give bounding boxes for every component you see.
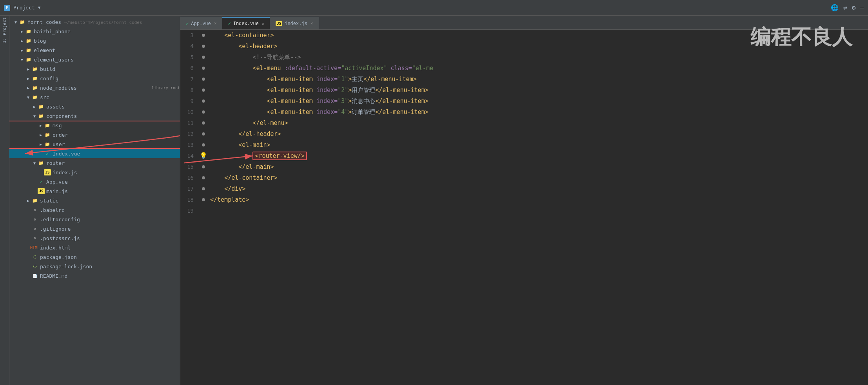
- tree-label: baizhi_phone: [34, 29, 180, 34]
- gutter: [200, 63, 207, 74]
- globe-icon[interactable]: 🌐: [831, 4, 839, 11]
- tree-item-element_users[interactable]: 📁element_users: [9, 55, 180, 64]
- dotfile-icon: ⚙: [31, 235, 38, 241]
- line-number: 16: [180, 172, 200, 183]
- tag-token: <el-menu-item: [267, 98, 313, 105]
- code-content: </el-main>: [207, 161, 868, 172]
- tree-item-blog[interactable]: 📁blog: [9, 36, 180, 45]
- tree-item-element[interactable]: 📁element: [9, 45, 180, 55]
- tree-item-README.md[interactable]: 📄README.md: [9, 271, 180, 280]
- code-line-19: 19: [180, 205, 868, 216]
- tree-label: order: [53, 132, 180, 138]
- tree-label: element: [34, 47, 180, 53]
- dotfile-icon: ⚙: [31, 226, 38, 232]
- tab-label: App.vue: [191, 21, 211, 26]
- code-editor[interactable]: 3 <el-container>4 <el-header>5 <!--导航菜单-…: [180, 30, 868, 385]
- tree-item-fornt_codes[interactable]: 📁fornt_codes ~/WebstormProjects/fornt_co…: [9, 17, 180, 27]
- code-content: <el-main>: [207, 139, 868, 150]
- tree-label: router: [46, 160, 180, 166]
- tree-item-Index.vue[interactable]: ✓Index.vue: [9, 149, 180, 158]
- tree-label: package.json: [40, 254, 180, 260]
- code-content: </el-menu>: [207, 117, 868, 128]
- tab-app-vue[interactable]: ✓App.vue✕: [180, 17, 222, 29]
- line-number: 3: [180, 30, 200, 41]
- gutter: [200, 139, 207, 150]
- tree-item-postcssrc[interactable]: ⚙.postcssrc.js: [9, 233, 180, 243]
- line-number: 18: [180, 194, 200, 205]
- code-content: </template>: [207, 194, 868, 205]
- attr-name-token: class=: [391, 65, 412, 72]
- tag-token: </el-main>: [238, 163, 274, 170]
- tree-item-index.js_router[interactable]: JSindex.js: [9, 168, 180, 177]
- line-number: 7: [180, 74, 200, 85]
- settings-icon[interactable]: ⚙: [852, 4, 856, 11]
- tree-item-node_modules[interactable]: 📁node_moduleslibrary root: [9, 83, 180, 92]
- tree-item-assets[interactable]: 📁assets: [9, 102, 180, 111]
- tag-token: <el-container>: [224, 32, 274, 39]
- minimize-icon[interactable]: —: [860, 4, 864, 11]
- tree-item-order[interactable]: 📁order: [9, 130, 180, 139]
- tab-close-btn[interactable]: ✕: [311, 21, 313, 26]
- tag-token: <el-menu-item: [267, 87, 313, 94]
- tree-item-package-lock.json[interactable]: {}package-lock.json: [9, 262, 180, 271]
- tag-token: <el-menu-item: [267, 108, 313, 116]
- gutter: [200, 183, 207, 194]
- tree-item-gitignore[interactable]: ⚙.gitignore: [9, 224, 180, 233]
- text-token: 订单管理: [352, 108, 375, 116]
- tab-close-btn[interactable]: ✕: [262, 21, 265, 26]
- tree-item-build[interactable]: 📁build: [9, 64, 180, 74]
- transfer-icon[interactable]: ⇄: [843, 4, 847, 11]
- line-number: 4: [180, 41, 200, 52]
- line-number: 17: [180, 183, 200, 194]
- tree-item-components[interactable]: 📁components: [9, 111, 180, 121]
- tree-item-msg[interactable]: 📁msg: [9, 121, 180, 130]
- tree-arrow: [31, 114, 38, 118]
- dropdown-icon[interactable]: ▼: [38, 5, 41, 10]
- tab-label: index.js: [285, 21, 307, 26]
- tag-token: </el-menu-item>: [363, 76, 416, 83]
- tree-item-package.json[interactable]: {}package.json: [9, 252, 180, 262]
- tab-index-vue[interactable]: ✓Index.vue✕: [222, 17, 270, 29]
- gutter: [200, 52, 207, 63]
- folder-icon: 📁: [38, 113, 45, 119]
- tree-item-router[interactable]: 📁router: [9, 158, 180, 168]
- tree-item-App.vue[interactable]: ✓App.vue: [9, 177, 180, 186]
- tree-item-config[interactable]: 📁config: [9, 74, 180, 83]
- code-line-5: 5 <!--导航菜单-->: [180, 52, 868, 63]
- tab-index-js[interactable]: JSindex.js✕: [270, 17, 319, 29]
- tree-label: msg: [53, 123, 180, 128]
- folder-icon: 📁: [31, 85, 38, 91]
- dotfile-icon: ⚙: [31, 216, 38, 222]
- sidebar-strip: 1: Project: [0, 16, 9, 385]
- tree-item-babelrc[interactable]: ⚙.babelrc: [9, 205, 180, 215]
- tree-arrow: [25, 95, 31, 99]
- tag-token: >: [348, 87, 352, 94]
- tree-label: build: [40, 66, 180, 72]
- code-line-16: 16 </el-container>: [180, 172, 868, 183]
- code-line-9: 9 <el-menu-item index="3">消息中心</el-menu-…: [180, 96, 868, 107]
- editor-area: 编程不良人 ✓App.vue✕✓Index.vue✕JSindex.js✕ 3 …: [180, 16, 868, 385]
- tree-label: user: [53, 141, 180, 147]
- gutter: [200, 194, 207, 205]
- tab-close-btn[interactable]: ✕: [214, 21, 217, 26]
- text-token: [210, 76, 267, 83]
- tag-token: >: [348, 76, 352, 83]
- tree-item-main.js[interactable]: JSmain.js: [9, 186, 180, 196]
- tree-item-src[interactable]: 📁src: [9, 92, 180, 102]
- line-number: 19: [180, 205, 200, 216]
- toolbar-actions: 🌐 ⇄ ⚙ —: [831, 4, 864, 11]
- tree-item-editorconfig[interactable]: ⚙.editorconfig: [9, 215, 180, 224]
- gutter-dot: [202, 121, 205, 125]
- gutter: [200, 30, 207, 41]
- project-title[interactable]: Project: [13, 5, 35, 11]
- folder-icon: 📁: [31, 94, 38, 100]
- line-number: 6: [180, 63, 200, 74]
- md-icon: 📄: [31, 273, 38, 279]
- tree-item-baizhi_phone[interactable]: 📁baizhi_phone: [9, 27, 180, 36]
- dotfile-icon: ⚙: [31, 207, 38, 213]
- text-token: [210, 152, 252, 159]
- tree-item-static[interactable]: 📁static: [9, 196, 180, 205]
- gutter-dot: [202, 56, 205, 59]
- tree-item-index.html[interactable]: HTMLindex.html: [9, 243, 180, 252]
- tree-item-user[interactable]: 📁user: [9, 139, 180, 149]
